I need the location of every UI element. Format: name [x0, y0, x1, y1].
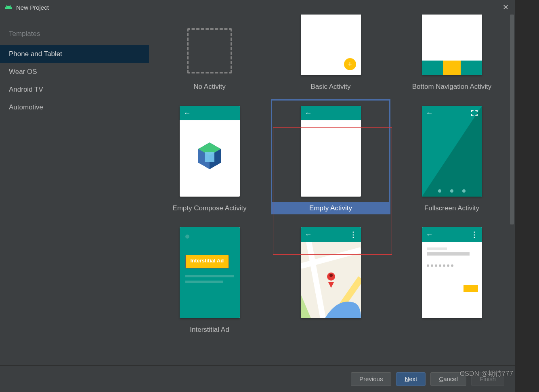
- template-interstitial-ad[interactable]: Interstitial Ad Interstitial Ad: [180, 227, 240, 336]
- close-icon[interactable]: ✕: [501, 3, 510, 12]
- template-empty-compose[interactable]: ← Empty Compose Activity: [172, 106, 246, 214]
- back-arrow-icon: ←: [426, 109, 433, 117]
- cancel-button[interactable]: Cancel: [430, 372, 466, 386]
- template-gallery: No Activity + Basic Activity Bottom Navi…: [149, 15, 515, 365]
- back-arrow-icon: ←: [305, 231, 312, 239]
- template-basic-activity[interactable]: + Basic Activity: [301, 15, 361, 93]
- back-arrow-icon: ←: [184, 109, 191, 117]
- template-fullscreen[interactable]: ← Fullscreen Activity: [422, 106, 482, 214]
- compose-cube-icon: [197, 142, 222, 170]
- dialog-body: Templates Phone and Tablet Wear OS Andro…: [0, 15, 515, 365]
- more-icon: ⋮: [471, 230, 478, 239]
- sidebar-item-phone-tablet[interactable]: Phone and Tablet: [0, 45, 149, 63]
- dialog-title: New Project: [16, 4, 501, 11]
- template-label: Fullscreen Activity: [424, 202, 479, 214]
- previous-button[interactable]: Previous: [351, 372, 391, 386]
- next-button[interactable]: Next: [396, 372, 426, 386]
- template-label: No Activity: [193, 81, 225, 93]
- footer: Previous Next Cancel Finish: [0, 365, 515, 392]
- sidebar-heading: Templates: [0, 25, 149, 45]
- svg-point-8: [329, 274, 333, 277]
- svg-marker-3: [205, 152, 214, 162]
- back-arrow-icon: ←: [426, 231, 433, 239]
- scrollbar-thumb[interactable]: [510, 15, 514, 224]
- sidebar-item-android-tv[interactable]: Android TV: [0, 81, 149, 99]
- sidebar-item-wear-os[interactable]: Wear OS: [0, 63, 149, 81]
- template-label: Bottom Navigation Activity: [412, 81, 492, 93]
- template-empty-activity[interactable]: ← Empty Activity: [271, 99, 390, 214]
- template-login-activity[interactable]: ←⋮: [422, 227, 482, 336]
- finish-button: Finish: [471, 372, 504, 386]
- template-label: Empty Compose Activity: [172, 202, 246, 214]
- template-bottom-navigation[interactable]: Bottom Navigation Activity: [412, 15, 492, 93]
- new-project-dialog: New Project ✕ Templates Phone and Tablet…: [0, 0, 515, 392]
- titlebar: New Project ✕: [0, 0, 515, 15]
- template-label: Interstitial Ad: [190, 324, 229, 336]
- fullscreen-icon: [471, 109, 478, 117]
- sidebar: Templates Phone and Tablet Wear OS Andro…: [0, 15, 149, 365]
- sidebar-item-automotive[interactable]: Automotive: [0, 99, 149, 116]
- template-label: Empty Activity: [271, 202, 390, 214]
- ad-button-label: Interstitial Ad: [185, 255, 229, 268]
- more-icon: ⋮: [350, 230, 357, 239]
- dashed-box-icon: [187, 28, 232, 73]
- android-icon: [5, 5, 12, 10]
- template-no-activity[interactable]: No Activity: [180, 15, 240, 93]
- template-label: Basic Activity: [310, 81, 350, 93]
- scrollbar[interactable]: [509, 15, 515, 365]
- back-arrow-icon: ←: [305, 109, 312, 117]
- template-maps-activity[interactable]: ←⋮: [301, 227, 361, 336]
- fab-plus-icon: +: [344, 58, 356, 70]
